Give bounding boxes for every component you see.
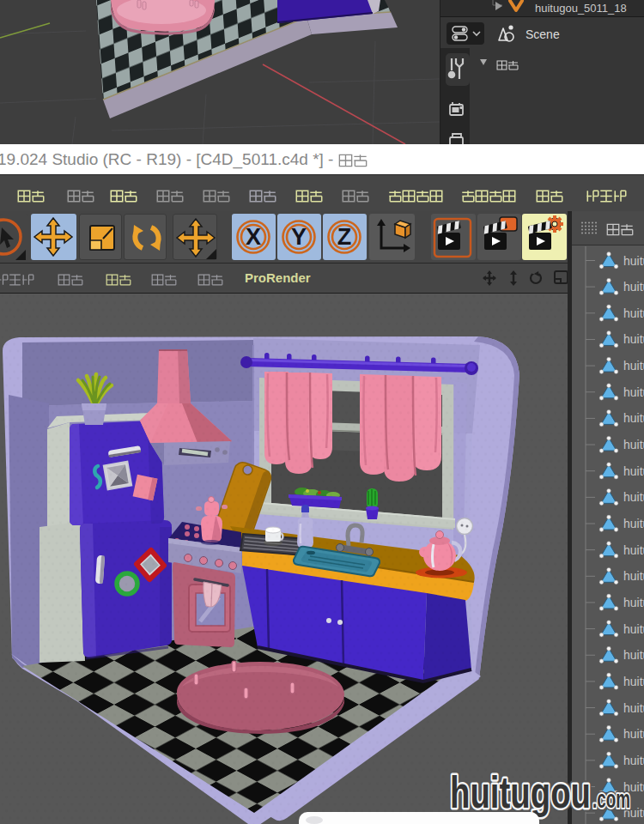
- svg-text:huitu: huitu: [623, 254, 644, 268]
- svg-text:huitu: huitu: [623, 464, 644, 478]
- svg-text:huitu: huitu: [623, 438, 644, 451]
- svg-text:huitu: huitu: [623, 543, 644, 557]
- svg-text:huitugou_5011_18: huitugou_5011_18: [535, 2, 627, 15]
- svg-text:huitu: huitu: [623, 754, 644, 767]
- svg-text:huitu: huitu: [623, 280, 644, 294]
- svg-text:huitu: huitu: [623, 806, 644, 820]
- svg-text:huitu: huitu: [623, 675, 644, 688]
- svg-text:huitu: huitu: [623, 306, 644, 320]
- svg-text:huitu: huitu: [623, 622, 644, 636]
- svg-text:huitu: huitu: [623, 411, 644, 425]
- svg-text:huitu: huitu: [623, 569, 644, 583]
- svg-text:huitu: huitu: [623, 596, 644, 609]
- svg-text:huitu: huitu: [623, 648, 644, 662]
- svg-text:huitu: huitu: [623, 727, 644, 741]
- svg-text:huitu: huitu: [623, 701, 644, 715]
- svg-text:Z: Z: [337, 224, 352, 250]
- svg-text:huitu: huitu: [623, 332, 644, 346]
- svg-text:huitu: huitu: [623, 490, 644, 504]
- svg-text:huitu: huitu: [623, 780, 644, 794]
- svg-text:huitu: huitu: [623, 359, 644, 373]
- svg-text:X: X: [246, 224, 261, 250]
- svg-text:Y: Y: [291, 224, 307, 250]
- svg-text:Scene: Scene: [526, 27, 560, 41]
- svg-text:huitu: huitu: [623, 517, 644, 530]
- svg-text:huitu: huitu: [623, 385, 644, 399]
